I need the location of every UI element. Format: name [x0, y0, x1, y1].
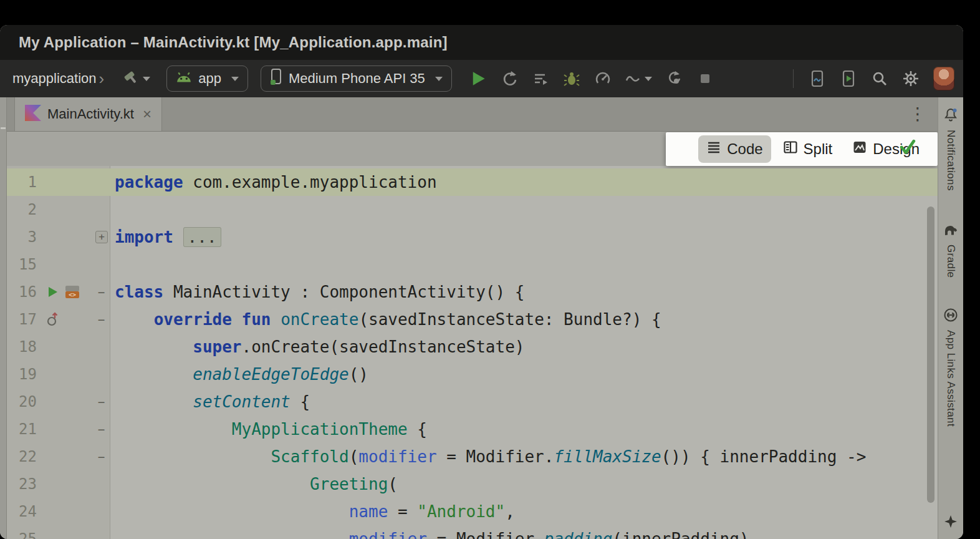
running-devices-button[interactable] — [835, 67, 862, 90]
view-mode-code-button[interactable]: Code — [698, 135, 771, 163]
view-mode-split-button[interactable]: Split — [775, 135, 841, 163]
build-hammer-icon — [122, 69, 139, 89]
inspections-ok-icon[interactable] — [899, 139, 916, 158]
code-text: Greeting( — [110, 470, 398, 498]
code-line[interactable]: 19 enableEdgeToEdge() — [7, 361, 938, 388]
code-text: import ... — [110, 223, 221, 251]
code-text: override fun onCreate(savedInstanceState… — [110, 306, 661, 333]
code-line[interactable]: 25 modifier = Modifier.padding(innerPadd… — [7, 525, 938, 539]
code-editor[interactable]: Code Split Design — [7, 132, 938, 539]
device-select[interactable]: Medium Phone API 35 — [261, 66, 452, 92]
code-token: package — [115, 173, 183, 192]
code-token — [115, 447, 271, 466]
code-token — [115, 310, 154, 329]
line-number: 16 — [7, 278, 37, 306]
device-label: Medium Phone API 35 — [289, 70, 425, 87]
tab-label: MainActivity.kt — [47, 106, 134, 122]
right-tool-stripe: Notifications Gradle App Links Assistant — [938, 97, 963, 539]
build-hammer-button[interactable] — [118, 66, 154, 91]
code-line[interactable]: 15 — [7, 251, 938, 278]
code-line[interactable]: 20− setContent { — [7, 388, 938, 415]
editor-tab-bar: MainActivity.kt × ⋮ — [7, 97, 938, 132]
main-toolbar: myapplication › app Medium — [0, 60, 963, 98]
code-line[interactable]: 24 name = "Android", — [7, 498, 938, 525]
fold-marker[interactable]: − — [93, 306, 110, 333]
debug-button[interactable] — [558, 67, 585, 90]
run-button[interactable] — [464, 67, 492, 90]
code-token: () — [349, 365, 368, 384]
code-token: enableEdgeToEdge — [193, 365, 348, 384]
chevron-down-icon — [231, 77, 239, 81]
code-line[interactable]: 1package com.example.myapplication — [7, 168, 938, 196]
vertical-scrollbar[interactable] — [927, 206, 934, 503]
line-number: 24 — [7, 498, 37, 525]
code-token — [115, 337, 193, 356]
tool-stripe-notifications[interactable]: Notifications — [944, 130, 957, 191]
code-line[interactable]: 3+import ... — [7, 223, 938, 251]
fold-marker[interactable]: − — [93, 388, 110, 415]
project-widget[interactable]: myapplication › — [9, 68, 108, 89]
fold-marker[interactable]: − — [93, 415, 110, 443]
code-line[interactable]: 16<>−class MainActivity : ComponentActiv… — [7, 278, 938, 306]
code-line[interactable]: 17− override fun onCreate(savedInstanceS… — [7, 306, 938, 333]
left-tool-stripe[interactable] — [0, 97, 7, 539]
tab-mainactivity[interactable]: MainActivity.kt × — [14, 97, 162, 131]
gradle-elephant-icon[interactable] — [943, 223, 958, 240]
line-number: 18 — [7, 333, 37, 361]
chevron-right-icon: › — [99, 70, 105, 87]
app-links-assistant-icon[interactable] — [943, 308, 958, 325]
window-title: My Application – MainActivity.kt [My_App… — [19, 34, 448, 51]
fold-marker[interactable]: − — [93, 278, 110, 306]
code-line[interactable]: 22− Scaffold(modifier = Modifier.fillMax… — [7, 443, 938, 470]
code-token: , — [505, 502, 515, 521]
tool-stripe-app-links[interactable]: App Links Assistant — [944, 330, 957, 427]
profile-options-button[interactable] — [620, 67, 656, 90]
toolbar-separator — [793, 69, 794, 88]
code-line[interactable]: 2 — [7, 196, 938, 223]
gutter-icons — [37, 312, 93, 327]
code-token: name — [349, 502, 388, 521]
code-token: .onCreate(savedInstanceState) — [242, 337, 525, 356]
code-token — [115, 502, 349, 521]
apply-changes-button[interactable] — [496, 67, 523, 90]
device-manager-button[interactable] — [804, 67, 831, 90]
tool-stripe-gradle[interactable]: Gradle — [944, 245, 957, 278]
run-config-select[interactable]: app — [166, 66, 248, 92]
fold-marker[interactable]: + — [95, 231, 108, 243]
code-line[interactable]: 18 super.onCreate(savedInstanceState) — [7, 333, 938, 361]
ai-sparkle-icon[interactable] — [943, 514, 958, 532]
ide-window: My Application – MainActivity.kt [My_App… — [0, 25, 963, 539]
profiler-button[interactable] — [589, 67, 617, 90]
code-token: class — [115, 283, 163, 301]
code-token: modifier — [358, 447, 436, 466]
tab-close-icon[interactable]: × — [143, 107, 151, 122]
settings-gear-icon[interactable] — [897, 67, 925, 90]
ide-body: MainActivity.kt × ⋮ — [0, 97, 963, 539]
stop-button[interactable] — [691, 67, 719, 90]
code-token: com.example.myapplication — [183, 173, 437, 192]
user-avatar[interactable] — [933, 67, 954, 90]
run-config-label: app — [198, 70, 221, 87]
fold-marker[interactable]: − — [93, 443, 110, 470]
design-view-icon — [852, 140, 867, 158]
line-number: 1 — [7, 168, 37, 196]
search-icon[interactable] — [866, 67, 893, 90]
run-tasks-button[interactable] — [527, 67, 554, 90]
compose-gutter-icon[interactable]: <> — [64, 284, 80, 299]
code-token: (savedInstanceState: Bundle?) { — [358, 310, 661, 329]
editor-options-kebab-icon[interactable]: ⋮ — [898, 105, 938, 123]
view-mode-split-label: Split — [804, 140, 833, 158]
kotlin-file-icon — [25, 105, 41, 124]
code-line[interactable]: 23 Greeting( — [7, 470, 938, 498]
notifications-bell-icon[interactable] — [943, 107, 958, 125]
override-gutter-icon[interactable] — [46, 312, 59, 327]
stripe-handle — [1, 127, 6, 129]
code-lines[interactable]: 1package com.example.myapplication23+imp… — [7, 166, 938, 539]
code-text: package com.example.myapplication — [110, 168, 437, 196]
code-token: fillMaxSize — [554, 447, 661, 466]
attach-debugger-button[interactable] — [660, 67, 688, 90]
code-line[interactable]: 21− MyApplicationTheme { — [7, 415, 938, 443]
code-token: override — [154, 310, 232, 329]
run-gutter-icon[interactable] — [46, 285, 59, 299]
line-number: 20 — [7, 388, 37, 415]
